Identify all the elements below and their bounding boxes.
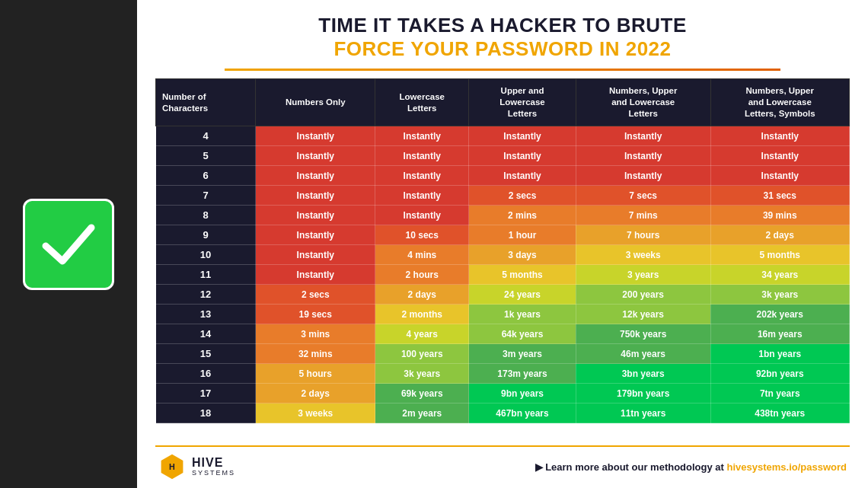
cell-row6-col2: 4 mins (375, 245, 469, 265)
table-row: 7InstantlyInstantly2 secs7 secs31 secs (156, 186, 850, 206)
cell-row3-col3: 2 secs (469, 186, 576, 206)
cell-row13-col1: 2 days (256, 384, 375, 403)
cell-row3-col4: 7 secs (576, 186, 710, 206)
cell-row9-col1: 19 secs (256, 305, 375, 324)
table-container: Number ofCharacters Numbers Only Lowerca… (155, 78, 850, 441)
cell-row6-col1: Instantly (256, 245, 375, 265)
cell-row1-col2: Instantly (375, 146, 469, 166)
col-header-lowercase: LowercaseLetters (375, 79, 469, 126)
cell-row10-col4: 750k years (576, 324, 710, 344)
cell-row5-col4: 7 hours (576, 225, 710, 245)
cell-row14-col1: 3 weeks (256, 403, 375, 423)
cell-row0-col1: Instantly (256, 126, 375, 146)
table-row: 1319 secs2 months1k years12k years202k y… (156, 305, 850, 324)
cell-row2-col2: Instantly (375, 166, 469, 186)
cell-row11-col5: 1bn years (710, 344, 849, 364)
cell-row2-col1: Instantly (256, 166, 375, 186)
col-header-upper-lower: Upper andLowercaseLetters (469, 79, 576, 126)
cell-row0-col0: 4 (156, 126, 256, 146)
svg-text:H: H (169, 462, 175, 471)
cell-row5-col0: 9 (156, 225, 256, 245)
cell-row7-col4: 3 years (576, 265, 710, 285)
cell-row10-col2: 4 years (375, 324, 469, 344)
cell-row14-col4: 11tn years (576, 403, 710, 423)
table-row: 8InstantlyInstantly2 mins7 mins39 mins (156, 206, 850, 225)
col-header-characters: Number ofCharacters (156, 79, 256, 126)
table-header-row: Number ofCharacters Numbers Only Lowerca… (156, 79, 850, 126)
cell-row4-col3: 2 mins (469, 206, 576, 225)
footer: H HIVESYSTEMS ▶ Learn more about our met… (155, 445, 850, 480)
table-row: 143 mins4 years64k years750k years16m ye… (156, 324, 850, 344)
cell-row4-col1: Instantly (256, 206, 375, 225)
table-body: 4InstantlyInstantlyInstantlyInstantlyIns… (156, 126, 850, 423)
cell-row13-col3: 9bn years (469, 384, 576, 403)
cell-row3-col2: Instantly (375, 186, 469, 206)
table-row: 122 secs2 days24 years200 years3k years (156, 285, 850, 305)
footer-cta: ▶ Learn more about our methodology at hi… (535, 461, 847, 473)
cell-row6-col5: 5 months (710, 245, 849, 265)
cell-row9-col3: 1k years (469, 305, 576, 324)
cell-row9-col4: 12k years (576, 305, 710, 324)
table-row: 165 hours3k years173m years3bn years92bn… (156, 364, 850, 384)
cell-row1-col0: 5 (156, 146, 256, 166)
cell-row9-col5: 202k years (710, 305, 849, 324)
cell-row8-col4: 200 years (576, 285, 710, 305)
col-header-full: Numbers, Upperand LowercaseLetters, Symb… (710, 79, 849, 126)
cell-row0-col5: Instantly (710, 126, 849, 146)
title-line1: TIME IT TAKES A HACKER TO BRUTE (155, 14, 850, 37)
cell-row0-col3: Instantly (469, 126, 576, 146)
cell-row8-col1: 2 secs (256, 285, 375, 305)
table-row: 172 days69k years9bn years179bn years7tn… (156, 384, 850, 403)
table-row: 10Instantly4 mins3 days3 weeks5 months (156, 245, 850, 265)
table-row: 1532 mins100 years3m years46m years1bn y… (156, 344, 850, 364)
cell-row11-col2: 100 years (375, 344, 469, 364)
table-row: 9Instantly10 secs1 hour7 hours2 days (156, 225, 850, 245)
hive-logo: H HIVESYSTEMS (158, 453, 235, 480)
col-header-numbers-only: Numbers Only (256, 79, 375, 126)
cell-row12-col5: 92bn years (710, 364, 849, 384)
cell-row7-col0: 11 (156, 265, 256, 285)
cell-row7-col5: 34 years (710, 265, 849, 285)
col-header-num-upper-lower: Numbers, Upperand LowercaseLetters (576, 79, 710, 126)
left-panel (0, 0, 137, 488)
table-row: 11Instantly2 hours5 months3 years34 year… (156, 265, 850, 285)
cell-row5-col2: 10 secs (375, 225, 469, 245)
cell-row5-col1: Instantly (256, 225, 375, 245)
cell-row3-col0: 7 (156, 186, 256, 206)
title-line2: FORCE YOUR PASSWORD IN 2022 (155, 37, 850, 61)
cell-row8-col3: 24 years (469, 285, 576, 305)
table-row: 5InstantlyInstantlyInstantlyInstantlyIns… (156, 146, 850, 166)
cell-row14-col5: 438tn years (710, 403, 849, 423)
table-row: 4InstantlyInstantlyInstantlyInstantlyIns… (156, 126, 850, 146)
cell-row10-col5: 16m years (710, 324, 849, 344)
cell-row6-col3: 3 days (469, 245, 576, 265)
cell-row12-col3: 173m years (469, 364, 576, 384)
cell-row1-col5: Instantly (710, 146, 849, 166)
outer-wrapper: TIME IT TAKES A HACKER TO BRUTE FORCE YO… (0, 0, 868, 488)
cell-row11-col3: 3m years (469, 344, 576, 364)
hive-brand-text: HIVESYSTEMS (192, 456, 235, 477)
cell-row7-col2: 2 hours (375, 265, 469, 285)
cell-row12-col2: 3k years (375, 364, 469, 384)
cell-row9-col2: 2 months (375, 305, 469, 324)
checkmark-icon (38, 214, 99, 275)
cell-row13-col2: 69k years (375, 384, 469, 403)
cell-row1-col4: Instantly (576, 146, 710, 166)
cell-row3-col5: 31 secs (710, 186, 849, 206)
cell-row4-col0: 8 (156, 206, 256, 225)
cell-row10-col3: 64k years (469, 324, 576, 344)
cell-row13-col4: 179bn years (576, 384, 710, 403)
cell-row2-col5: Instantly (710, 166, 849, 186)
cell-row13-col0: 17 (156, 384, 256, 403)
cell-row4-col5: 39 mins (710, 206, 849, 225)
cell-row2-col0: 6 (156, 166, 256, 186)
cell-row11-col4: 46m years (576, 344, 710, 364)
table-row: 6InstantlyInstantlyInstantlyInstantlyIns… (156, 166, 850, 186)
cell-row8-col2: 2 days (375, 285, 469, 305)
cell-row2-col3: Instantly (469, 166, 576, 186)
cell-row4-col4: 7 mins (576, 206, 710, 225)
cell-row8-col0: 12 (156, 285, 256, 305)
cell-row1-col1: Instantly (256, 146, 375, 166)
cell-row12-col0: 16 (156, 364, 256, 384)
cell-row7-col3: 5 months (469, 265, 576, 285)
